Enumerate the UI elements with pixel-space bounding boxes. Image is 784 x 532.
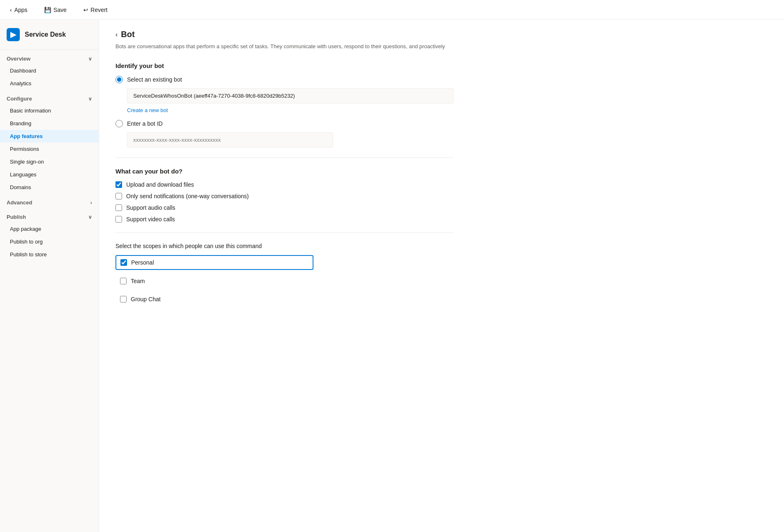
- apps-button[interactable]: ‹ Apps: [7, 5, 31, 15]
- sidebar-item-branding[interactable]: Branding: [0, 117, 99, 130]
- checkbox-upload-download[interactable]: [115, 181, 122, 188]
- content-area: ‹ Bot Bots are conversational apps that …: [99, 20, 784, 532]
- page-title: Bot: [121, 30, 134, 39]
- label-scope-team: Team: [131, 278, 145, 284]
- radio-item-select-existing: Select an existing bot: [115, 76, 454, 83]
- sidebar-item-domains[interactable]: Domains: [0, 181, 99, 194]
- advanced-chevron-icon: ›: [90, 200, 92, 206]
- sidebar-item-analytics[interactable]: Analytics: [0, 77, 99, 90]
- revert-icon: ↩: [83, 7, 88, 13]
- radio-label-enter-id: Enter a bot ID: [127, 120, 162, 127]
- overview-chevron-icon: ∨: [88, 56, 92, 62]
- label-notifications: Only send notifications (one-way convers…: [126, 193, 249, 199]
- label-upload-download: Upload and download files: [126, 181, 194, 188]
- configure-section-label: Configure: [7, 96, 32, 102]
- sidebar-section-overview: Overview ∨ Dashboard Analytics: [0, 52, 99, 90]
- radio-label-select-existing: Select an existing bot: [127, 76, 182, 83]
- save-icon: 💾: [44, 7, 51, 13]
- create-new-bot-link[interactable]: Create a new bot: [127, 107, 168, 113]
- label-audio-calls: Support audio calls: [126, 204, 175, 211]
- capability-upload-download: Upload and download files: [115, 181, 454, 188]
- sidebar-section-advanced: Advanced ›: [0, 195, 99, 208]
- app-header: ▶ Service Desk: [0, 20, 99, 50]
- checkbox-audio-calls[interactable]: [115, 204, 122, 211]
- checkbox-scope-group-chat[interactable]: [120, 296, 127, 302]
- radio-enter-id[interactable]: [115, 120, 123, 127]
- back-button[interactable]: ‹: [115, 31, 118, 38]
- sidebar-item-dashboard[interactable]: Dashboard: [0, 64, 99, 77]
- radio-item-enter-id: Enter a bot ID: [115, 120, 454, 127]
- radio-group-identify: Select an existing bot ServiceDeskWhosOn…: [115, 76, 454, 148]
- checkbox-video-calls[interactable]: [115, 216, 122, 223]
- back-arrow-icon: ‹: [115, 31, 118, 38]
- main-layout: ▶ Service Desk Overview ∨ Dashboard Anal…: [0, 20, 784, 532]
- sidebar-section-header-configure[interactable]: Configure ∨: [0, 91, 99, 104]
- save-button[interactable]: 💾 Save: [41, 5, 70, 15]
- page-description: Bots are conversational apps that perfor…: [115, 42, 454, 51]
- checkbox-notifications[interactable]: [115, 193, 122, 199]
- label-scope-personal: Personal: [131, 259, 154, 266]
- apps-label: Apps: [14, 7, 28, 13]
- configure-chevron-icon: ∨: [88, 96, 92, 102]
- sidebar-item-app-package[interactable]: App package: [0, 223, 99, 235]
- revert-button[interactable]: ↩ Revert: [80, 5, 111, 15]
- revert-label: Revert: [91, 7, 108, 13]
- sidebar-item-permissions[interactable]: Permissions: [0, 143, 99, 155]
- capability-video-calls: Support video calls: [115, 216, 454, 223]
- bot-capabilities-title: What can your bot do?: [115, 168, 454, 175]
- sidebar-section-publish: Publish ∨ App package Publish to org Pub…: [0, 210, 99, 261]
- content-inner: ‹ Bot Bots are conversational apps that …: [99, 20, 470, 326]
- publish-section-label: Publish: [7, 214, 26, 220]
- sidebar-item-basic-information[interactable]: Basic information: [0, 104, 99, 117]
- scope-group-chat: Group Chat: [115, 292, 313, 306]
- overview-section-label: Overview: [7, 56, 31, 62]
- advanced-section-label: Advanced: [7, 199, 32, 206]
- sidebar-item-languages[interactable]: Languages: [0, 168, 99, 181]
- sidebar: ▶ Service Desk Overview ∨ Dashboard Anal…: [0, 20, 99, 532]
- sidebar-section-header-advanced[interactable]: Advanced ›: [0, 195, 99, 208]
- divider-1: [115, 157, 454, 158]
- app-icon: ▶: [7, 28, 20, 41]
- apps-back-icon: ‹: [10, 7, 12, 13]
- scopes-title: Select the scopes in which people can us…: [115, 243, 454, 249]
- radio-select-existing[interactable]: [115, 76, 123, 83]
- divider-2: [115, 232, 454, 233]
- sidebar-item-publish-to-store[interactable]: Publish to store: [0, 248, 99, 261]
- app-name: Service Desk: [25, 31, 66, 38]
- bot-id-display: ServiceDeskWhosOnBot (aeeff47a-7270-4038…: [127, 88, 454, 103]
- bot-id-input[interactable]: [127, 132, 333, 148]
- topbar: ‹ Apps 💾 Save ↩ Revert: [0, 0, 784, 20]
- checkbox-scope-personal[interactable]: [120, 259, 127, 266]
- sidebar-section-header-overview[interactable]: Overview ∨: [0, 52, 99, 64]
- sidebar-item-publish-to-org[interactable]: Publish to org: [0, 235, 99, 248]
- publish-chevron-icon: ∨: [88, 214, 92, 220]
- capability-notifications: Only send notifications (one-way convers…: [115, 193, 454, 199]
- identify-section-title: Identify your bot: [115, 62, 454, 69]
- sidebar-item-single-sign-on[interactable]: Single sign-on: [0, 155, 99, 168]
- sidebar-item-app-features[interactable]: App features: [0, 130, 99, 143]
- checkbox-scope-team[interactable]: [120, 278, 127, 284]
- label-video-calls: Support video calls: [126, 216, 175, 223]
- sidebar-section-configure: Configure ∨ Basic information Branding A…: [0, 91, 99, 194]
- back-header: ‹ Bot: [115, 30, 454, 39]
- scope-team: Team: [115, 274, 313, 288]
- scope-personal: Personal: [115, 255, 313, 270]
- scopes-group: Personal Team Group Chat: [115, 255, 454, 306]
- save-label: Save: [54, 7, 67, 13]
- capability-audio-calls: Support audio calls: [115, 204, 454, 211]
- sidebar-section-header-publish[interactable]: Publish ∨: [0, 210, 99, 223]
- capabilities-group: Upload and download files Only send noti…: [115, 181, 454, 223]
- label-scope-group-chat: Group Chat: [131, 296, 160, 302]
